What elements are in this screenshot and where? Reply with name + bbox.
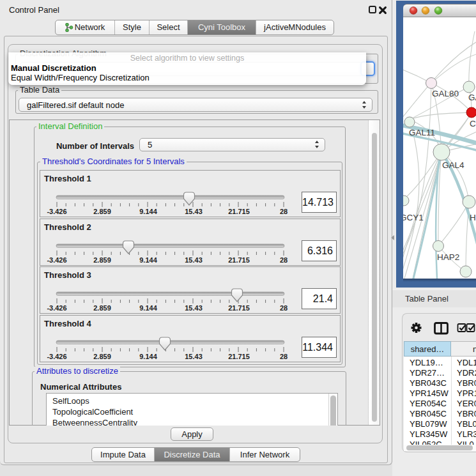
- svg-text:GAL4: GAL4: [442, 160, 464, 170]
- svg-text:21.715: 21.715: [228, 304, 250, 312]
- svg-text:28: 28: [280, 304, 288, 312]
- svg-text:15.43: 15.43: [185, 256, 203, 264]
- svg-text:GAL11: GAL11: [409, 128, 435, 137]
- svg-text:C: C: [470, 119, 476, 128]
- svg-text:21.715: 21.715: [228, 256, 250, 264]
- svg-text:21.715: 21.715: [228, 208, 250, 215]
- svg-text:9.144: 9.144: [139, 353, 157, 360]
- svg-text:9.144: 9.144: [139, 304, 157, 312]
- svg-text:-3.426: -3.426: [47, 256, 66, 264]
- svg-text:21.715: 21.715: [228, 353, 250, 360]
- svg-text:2.859: 2.859: [93, 304, 111, 312]
- svg-text:H: H: [470, 213, 476, 222]
- svg-text:15.43: 15.43: [185, 208, 203, 215]
- svg-text:15.43: 15.43: [185, 353, 203, 360]
- svg-text:GA: GA: [468, 93, 476, 102]
- svg-text:15.43: 15.43: [185, 304, 203, 312]
- svg-text:GAL80: GAL80: [432, 89, 459, 98]
- svg-text:2.859: 2.859: [93, 353, 111, 360]
- svg-text:28: 28: [280, 208, 288, 215]
- svg-text:-3.426: -3.426: [47, 353, 66, 360]
- svg-text:-3.426: -3.426: [47, 304, 66, 312]
- svg-text:9.144: 9.144: [139, 256, 157, 264]
- svg-text:GCY1: GCY1: [403, 213, 424, 222]
- svg-text:28: 28: [280, 256, 288, 264]
- svg-text:-3.426: -3.426: [47, 208, 66, 215]
- svg-text:28: 28: [280, 353, 288, 360]
- svg-text:2.859: 2.859: [93, 208, 111, 215]
- svg-text:HAP2: HAP2: [437, 252, 459, 262]
- svg-text:9.144: 9.144: [139, 208, 157, 215]
- svg-text:2.859: 2.859: [93, 256, 111, 264]
